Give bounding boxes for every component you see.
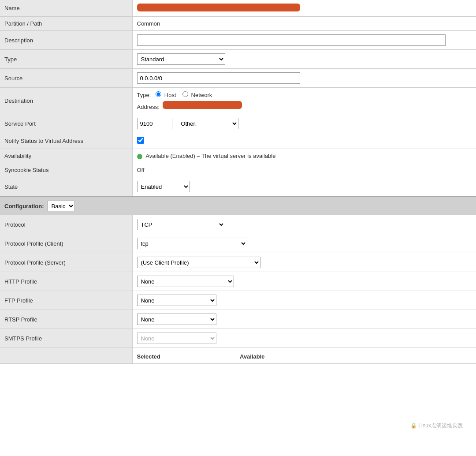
bottom-columns-empty	[0, 348, 132, 364]
destination-label: Destination	[0, 88, 132, 114]
name-redacted	[137, 4, 300, 11]
syncookie-value: Off	[132, 163, 476, 177]
service-port-select[interactable]: Other:	[177, 118, 238, 129]
description-input[interactable]	[137, 34, 446, 46]
notify-label: Notify Status to Virtual Address	[0, 133, 132, 149]
state-row: State Enabled	[0, 177, 476, 196]
service-port-label: Service Port	[0, 114, 132, 133]
ftp-profile-label: FTP Profile	[0, 291, 132, 310]
selected-column-header: Selected	[137, 353, 160, 360]
type-select[interactable]: Standard	[137, 53, 225, 65]
configuration-label: Configuration:	[4, 203, 44, 209]
rtsp-profile-value-cell: None	[132, 310, 476, 329]
service-port-input[interactable]	[137, 118, 172, 129]
availability-dot	[137, 154, 142, 159]
destination-host-label: Host	[164, 92, 176, 98]
availability-label: Availability	[0, 149, 132, 163]
bottom-columns-row: Selected Available	[0, 348, 476, 364]
destination-network-radio[interactable]	[182, 91, 188, 97]
state-value-cell: Enabled	[132, 177, 476, 196]
ftp-profile-row: FTP Profile None	[0, 291, 476, 310]
name-label: Name	[0, 0, 132, 17]
smtps-profile-value-cell: None 🔒 Linux点滴运维实践	[132, 329, 476, 348]
service-port-value-cell: Other:	[132, 114, 476, 133]
rtsp-profile-label: RTSP Profile	[0, 310, 132, 329]
smtps-profile-label: SMTPS Profile	[0, 329, 132, 348]
name-value-cell	[132, 0, 476, 17]
partition-row: Partition / Path Common	[0, 17, 476, 31]
smtps-profile-row: SMTPS Profile None 🔒 Linux点滴运维实践	[0, 329, 476, 348]
virtual-server-form: Name Partition / Path Common Description…	[0, 0, 476, 196]
protocol-server-select[interactable]: (Use Client Profile)	[137, 257, 260, 268]
name-row: Name	[0, 0, 476, 17]
protocol-client-select[interactable]: tcp	[137, 238, 247, 249]
source-value-cell: 0.0.0.0/0	[132, 69, 476, 88]
type-value-cell: Standard	[132, 50, 476, 69]
syncookie-label: Syncookie Status	[0, 163, 132, 177]
protocol-value-cell: TCP	[132, 215, 476, 234]
destination-network-label: Network	[191, 92, 212, 98]
bottom-columns-cell: Selected Available	[132, 348, 476, 364]
notify-row: Notify Status to Virtual Address	[0, 133, 476, 149]
rtsp-profile-select[interactable]: None	[137, 314, 216, 325]
notify-value-cell	[132, 133, 476, 149]
protocol-server-label: Protocol Profile (Server)	[0, 253, 132, 272]
description-label: Description	[0, 31, 132, 50]
protocol-row: Protocol TCP	[0, 215, 476, 234]
http-profile-row: HTTP Profile None	[0, 272, 476, 291]
type-label: Type	[0, 50, 132, 69]
destination-address-row: Address:	[137, 101, 472, 110]
description-value-cell	[132, 31, 476, 50]
protocol-client-label: Protocol Profile (Client)	[0, 234, 132, 253]
protocol-client-row: Protocol Profile (Client) tcp	[0, 234, 476, 253]
availability-text: Available (Enabled) – The virtual server…	[145, 153, 275, 159]
protocol-select[interactable]: TCP	[137, 219, 225, 230]
smtps-profile-select[interactable]: None	[137, 333, 216, 344]
source-label: Source	[0, 69, 132, 88]
ftp-profile-value-cell: None	[132, 291, 476, 310]
source-input[interactable]: 0.0.0.0/0	[137, 72, 300, 84]
protocol-server-row: Protocol Profile (Server) (Use Client Pr…	[0, 253, 476, 272]
configuration-form: Protocol TCP Protocol Profile (Client) t…	[0, 215, 476, 364]
destination-type-row: Type: Host Network	[137, 91, 472, 98]
protocol-label: Protocol	[0, 215, 132, 234]
configuration-mode-select[interactable]: Basic	[48, 201, 75, 211]
destination-address-redacted	[163, 101, 242, 109]
configuration-header: Configuration: Basic	[0, 196, 476, 215]
http-profile-select[interactable]: None	[137, 276, 234, 287]
syncookie-row: Syncookie Status Off	[0, 163, 476, 177]
destination-address-label: Address:	[137, 104, 160, 110]
http-profile-value-cell: None	[132, 272, 476, 291]
availability-row: Availability Available (Enabled) – The v…	[0, 149, 476, 163]
http-profile-label: HTTP Profile	[0, 272, 132, 291]
source-row: Source 0.0.0.0/0	[0, 69, 476, 88]
availability-value-cell: Available (Enabled) – The virtual server…	[132, 149, 476, 163]
available-column-header: Available	[240, 353, 265, 360]
state-label: State	[0, 177, 132, 196]
type-row: Type Standard	[0, 50, 476, 69]
service-port-row: Service Port Other:	[0, 114, 476, 133]
destination-type-label: Type:	[137, 92, 151, 98]
protocol-client-value-cell: tcp	[132, 234, 476, 253]
partition-value: Common	[132, 17, 476, 31]
protocol-server-value-cell: (Use Client Profile)	[132, 253, 476, 272]
state-select[interactable]: Enabled	[137, 181, 190, 192]
destination-host-radio[interactable]	[156, 91, 161, 97]
notify-checkbox[interactable]	[137, 137, 144, 144]
description-row: Description	[0, 31, 476, 50]
destination-row: Destination Type: Host Network Address:	[0, 88, 476, 114]
rtsp-profile-row: RTSP Profile None	[0, 310, 476, 329]
ftp-profile-select[interactable]: None	[137, 295, 216, 306]
partition-label: Partition / Path	[0, 17, 132, 31]
destination-value-cell: Type: Host Network Address:	[132, 88, 476, 114]
